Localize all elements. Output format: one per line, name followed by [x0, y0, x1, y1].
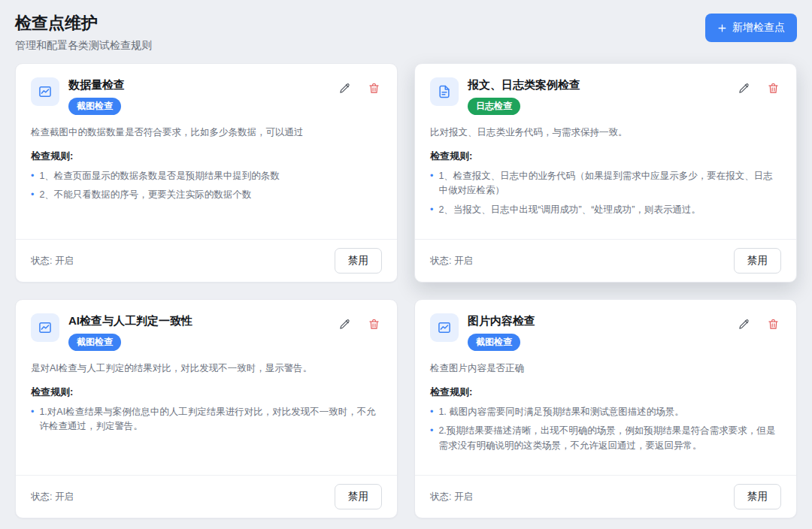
category-badge: 日志检查: [468, 98, 520, 115]
card-description: 比对报文、日志类业务代码，与需求保持一致。: [430, 125, 781, 140]
category-badge: 截图检查: [468, 334, 520, 351]
plus-icon: [717, 23, 727, 33]
card-actions: [736, 316, 781, 332]
rules-list: 1. 截图内容需要同时满足预期结果和测试意图描述的场景。 2.预期结果要描述清晰…: [430, 405, 781, 458]
checkpoint-maintenance-page: 检查点维护 管理和配置各类测试检查规则 新增检查点 数据量检查 截图检查: [0, 0, 812, 529]
rule-text: 1、检查页面显示的数据条数是否是预期结果中提到的条数: [39, 169, 279, 183]
delete-button[interactable]: [765, 316, 781, 332]
disable-button[interactable]: 禁用: [734, 248, 781, 274]
disable-button[interactable]: 禁用: [335, 484, 382, 509]
checkpoint-card: 报文、日志类案例检查 日志检查 比对报文、日志类业务代码，与需求保持一致。 检查…: [414, 63, 797, 283]
rule-item: 2.预期结果要描述清晰，出现不明确的场景，例如预期结果是符合需求要求，但是需求没…: [430, 424, 781, 453]
bullet-dot-icon: [430, 405, 433, 419]
card-actions: [337, 80, 382, 96]
bullet-dot-icon: [31, 188, 34, 202]
rules-label: 检查规则:: [430, 385, 781, 399]
page-title: 检查点维护: [15, 12, 152, 35]
image-chart-icon: [38, 320, 53, 335]
category-badge: 截图检查: [68, 98, 121, 115]
card-description: 检查图片内容是否正确: [430, 361, 781, 376]
card-head: 图片内容检查 截图检查: [430, 313, 781, 351]
rule-text: 2、不能只看数据的序号，更要关注实际的数据个数: [39, 188, 251, 202]
rule-item: 1、检查页面显示的数据条数是否是预期结果中提到的条数: [31, 169, 382, 183]
bullet-dot-icon: [430, 203, 433, 217]
trash-icon: [368, 318, 380, 331]
bullet-dot-icon: [31, 405, 34, 434]
trash-icon: [368, 82, 380, 95]
rule-item: 1、检查报文、日志中的业务代码（如果提到需求中应显示多少，要在报文、日志中做对应…: [430, 169, 781, 198]
rule-item: 2、当报文、日志中出现“调用成功”、“处理成功”，则表示通过。: [430, 203, 781, 217]
card-main: AI检查与人工判定一致性 截图检查 是对AI检查与人工判定的结果对比，对比发现不…: [16, 300, 397, 475]
image-chart-icon: [437, 320, 452, 335]
card-icon-box: [430, 77, 459, 106]
card-description: 检查截图中的数据数量是否符合要求，比如多少条数据，可以通过: [31, 125, 382, 140]
card-head: AI检查与人工判定一致性 截图检查: [31, 313, 382, 351]
checkpoint-grid: 数据量检查 截图检查 检查截图中的数据数量是否符合要求，比如多少条数据，可以通过…: [15, 63, 797, 518]
disable-button[interactable]: 禁用: [335, 248, 382, 274]
card-title-wrap: 数据量检查 截图检查: [68, 77, 337, 115]
card-head: 报文、日志类案例检查 日志检查: [430, 77, 781, 115]
card-footer: 状态: 开启 禁用: [415, 239, 796, 282]
card-actions: [736, 80, 781, 96]
disable-button[interactable]: 禁用: [734, 484, 781, 509]
trash-icon: [767, 82, 780, 95]
rule-item: 2、不能只看数据的序号，更要关注实际的数据个数: [31, 188, 382, 202]
delete-button[interactable]: [366, 316, 382, 332]
bullet-dot-icon: [430, 169, 433, 198]
image-chart-icon: [38, 84, 53, 99]
card-title: 报文、日志类案例检查: [468, 78, 736, 92]
card-main: 图片内容检查 截图检查 检查图片内容是否正确 检查规则: 1. 截图内容需要同时…: [415, 300, 796, 475]
status-text: 状态: 开启: [430, 255, 473, 268]
checkpoint-card: AI检查与人工判定一致性 截图检查 是对AI检查与人工判定的结果对比，对比发现不…: [15, 299, 398, 518]
rule-item: 1. 截图内容需要同时满足预期结果和测试意图描述的场景。: [430, 405, 781, 419]
card-title-wrap: 报文、日志类案例检查 日志检查: [468, 77, 736, 115]
edit-button[interactable]: [337, 80, 353, 96]
rule-item: 1.对AI检查结果与案例信息中的人工判定结果进行对比，对比发现不一致时，不允许检…: [31, 405, 382, 434]
delete-button[interactable]: [366, 80, 382, 96]
card-head: 数据量检查 截图检查: [31, 77, 382, 115]
status-text: 状态: 开启: [31, 255, 74, 268]
card-footer: 状态: 开启 禁用: [415, 475, 796, 518]
card-main: 数据量检查 截图检查 检查截图中的数据数量是否符合要求，比如多少条数据，可以通过…: [16, 64, 397, 239]
add-checkpoint-label: 新增检查点: [732, 21, 785, 35]
delete-button[interactable]: [765, 80, 781, 96]
card-footer: 状态: 开启 禁用: [16, 239, 397, 282]
pencil-icon: [338, 318, 351, 331]
checkpoint-card: 数据量检查 截图检查 检查截图中的数据数量是否符合要求，比如多少条数据，可以通过…: [15, 63, 398, 283]
card-title: AI检查与人工判定一致性: [68, 314, 337, 328]
rules-label: 检查规则:: [31, 385, 382, 399]
header-titles: 检查点维护 管理和配置各类测试检查规则: [15, 11, 152, 53]
status-text: 状态: 开启: [430, 491, 473, 503]
pencil-icon: [338, 82, 351, 95]
edit-button[interactable]: [736, 80, 752, 96]
document-icon: [437, 84, 452, 99]
card-title-wrap: AI检查与人工判定一致性 截图检查: [68, 313, 337, 351]
card-main: 报文、日志类案例检查 日志检查 比对报文、日志类业务代码，与需求保持一致。 检查…: [415, 64, 796, 239]
card-icon-box: [430, 313, 459, 342]
page-header: 检查点维护 管理和配置各类测试检查规则 新增检查点: [15, 11, 797, 53]
rules-list: 1、检查报文、日志中的业务代码（如果提到需求中应显示多少，要在报文、日志中做对应…: [430, 169, 781, 222]
card-description: 是对AI检查与人工判定的结果对比，对比发现不一致时，显示警告。: [31, 361, 382, 376]
edit-button[interactable]: [736, 316, 752, 332]
rules-label: 检查规则:: [430, 150, 781, 163]
card-title: 数据量检查: [68, 78, 337, 92]
rule-text: 2、当报文、日志中出现“调用成功”、“处理成功”，则表示通过。: [438, 203, 701, 217]
add-checkpoint-button[interactable]: 新增检查点: [705, 14, 797, 42]
rule-text: 2.预期结果要描述清晰，出现不明确的场景，例如预期结果是符合需求要求，但是需求没…: [438, 424, 781, 453]
rule-text: 1.对AI检查结果与案例信息中的人工判定结果进行对比，对比发现不一致时，不允许检…: [39, 405, 382, 434]
card-title-wrap: 图片内容检查 截图检查: [468, 313, 736, 351]
edit-button[interactable]: [337, 316, 353, 332]
status-text: 状态: 开启: [31, 491, 74, 503]
rule-text: 1. 截图内容需要同时满足预期结果和测试意图描述的场景。: [438, 405, 683, 419]
bullet-dot-icon: [31, 169, 34, 183]
card-actions: [337, 316, 382, 332]
pencil-icon: [738, 82, 750, 95]
trash-icon: [767, 318, 780, 331]
card-icon-box: [31, 77, 59, 106]
checkpoint-card: 图片内容检查 截图检查 检查图片内容是否正确 检查规则: 1. 截图内容需要同时…: [414, 299, 797, 518]
category-badge: 截图检查: [68, 334, 121, 351]
rules-list: 1.对AI检查结果与案例信息中的人工判定结果进行对比，对比发现不一致时，不允许检…: [31, 405, 382, 439]
rules-list: 1、检查页面显示的数据条数是否是预期结果中提到的条数 2、不能只看数据的序号，更…: [31, 169, 382, 207]
rule-text: 1、检查报文、日志中的业务代码（如果提到需求中应显示多少，要在报文、日志中做对应…: [438, 169, 781, 198]
card-footer: 状态: 开启 禁用: [16, 475, 397, 518]
